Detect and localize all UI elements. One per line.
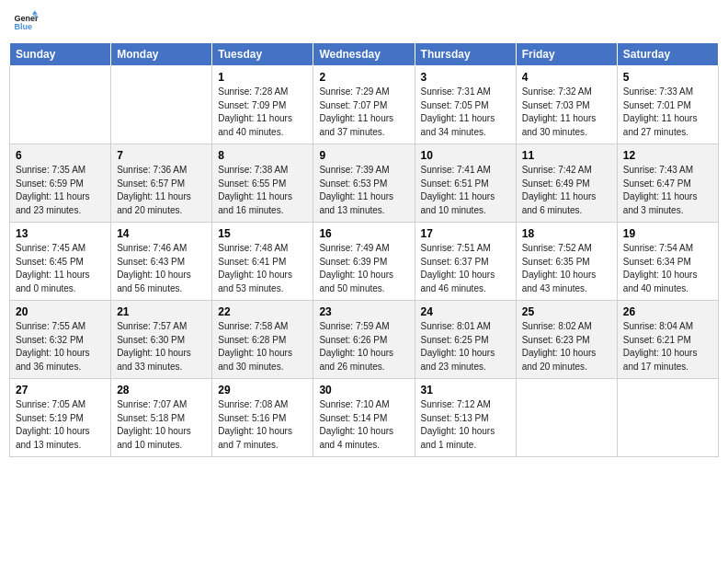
- calendar-cell: 9Sunrise: 7:39 AMSunset: 6:53 PMDaylight…: [313, 144, 415, 223]
- day-info: Sunrise: 7:55 AMSunset: 6:32 PMDaylight:…: [16, 320, 105, 373]
- day-number: 2: [319, 71, 408, 84]
- day-number: 25: [522, 305, 611, 318]
- header-friday: Friday: [516, 43, 617, 66]
- day-number: 13: [16, 227, 105, 240]
- calendar-table: SundayMondayTuesdayWednesdayThursdayFrid…: [9, 42, 719, 457]
- day-number: 12: [623, 149, 712, 162]
- calendar-cell: [10, 66, 111, 144]
- day-info: Sunrise: 7:07 AMSunset: 5:18 PMDaylight:…: [117, 398, 206, 452]
- day-info: Sunrise: 7:05 AMSunset: 5:19 PMDaylight:…: [16, 398, 105, 452]
- day-number: 23: [319, 305, 408, 318]
- day-info: Sunrise: 7:29 AMSunset: 7:07 PMDaylight:…: [319, 86, 408, 139]
- calendar-cell: 19Sunrise: 7:54 AMSunset: 6:34 PMDayligh…: [617, 223, 718, 301]
- calendar-cell: 22Sunrise: 7:58 AMSunset: 6:28 PMDayligh…: [212, 301, 313, 379]
- day-info: Sunrise: 7:28 AMSunset: 7:09 PMDaylight:…: [218, 86, 307, 139]
- day-info: Sunrise: 7:38 AMSunset: 6:55 PMDaylight:…: [218, 164, 307, 217]
- calendar-cell: 18Sunrise: 7:52 AMSunset: 6:35 PMDayligh…: [516, 223, 617, 301]
- calendar-cell: 31Sunrise: 7:12 AMSunset: 5:13 PMDayligh…: [415, 379, 516, 457]
- header-tuesday: Tuesday: [212, 43, 313, 66]
- day-info: Sunrise: 8:04 AMSunset: 6:21 PMDaylight:…: [623, 320, 712, 373]
- day-info: Sunrise: 7:36 AMSunset: 6:57 PMDaylight:…: [117, 164, 206, 217]
- calendar-cell: 6Sunrise: 7:35 AMSunset: 6:59 PMDaylight…: [10, 144, 111, 223]
- svg-text:Blue: Blue: [14, 22, 32, 31]
- day-info: Sunrise: 7:58 AMSunset: 6:28 PMDaylight:…: [218, 320, 307, 373]
- day-number: 3: [421, 71, 510, 84]
- day-info: Sunrise: 7:43 AMSunset: 6:47 PMDaylight:…: [623, 164, 712, 217]
- day-info: Sunrise: 7:42 AMSunset: 6:49 PMDaylight:…: [522, 164, 611, 217]
- calendar-cell: 17Sunrise: 7:51 AMSunset: 6:37 PMDayligh…: [415, 223, 516, 301]
- day-number: 1: [218, 71, 307, 84]
- day-number: 20: [16, 305, 105, 318]
- day-number: 5: [623, 71, 712, 84]
- day-number: 9: [319, 149, 408, 162]
- day-info: Sunrise: 7:49 AMSunset: 6:39 PMDaylight:…: [319, 242, 408, 295]
- calendar-cell: 13Sunrise: 7:45 AMSunset: 6:45 PMDayligh…: [10, 223, 111, 301]
- day-info: Sunrise: 7:08 AMSunset: 5:16 PMDaylight:…: [218, 398, 307, 452]
- calendar-cell: 29Sunrise: 7:08 AMSunset: 5:16 PMDayligh…: [212, 379, 313, 457]
- day-number: 28: [117, 384, 206, 396]
- day-info: Sunrise: 8:02 AMSunset: 6:23 PMDaylight:…: [522, 320, 611, 373]
- header-wednesday: Wednesday: [313, 43, 415, 66]
- day-info: Sunrise: 8:01 AMSunset: 6:25 PMDaylight:…: [421, 320, 510, 373]
- calendar-week-1: 1Sunrise: 7:28 AMSunset: 7:09 PMDaylight…: [10, 66, 719, 144]
- day-info: Sunrise: 7:52 AMSunset: 6:35 PMDaylight:…: [522, 242, 611, 295]
- header-saturday: Saturday: [617, 43, 718, 66]
- day-info: Sunrise: 7:10 AMSunset: 5:14 PMDaylight:…: [319, 398, 408, 452]
- calendar-cell: 26Sunrise: 8:04 AMSunset: 6:21 PMDayligh…: [617, 301, 718, 379]
- day-number: 22: [218, 305, 307, 318]
- day-info: Sunrise: 7:48 AMSunset: 6:41 PMDaylight:…: [218, 242, 307, 295]
- calendar-week-2: 6Sunrise: 7:35 AMSunset: 6:59 PMDaylight…: [10, 144, 719, 223]
- calendar-cell: [111, 66, 212, 144]
- page-header: General Blue: [9, 9, 719, 35]
- day-number: 11: [522, 149, 611, 162]
- calendar-week-4: 20Sunrise: 7:55 AMSunset: 6:32 PMDayligh…: [10, 301, 719, 379]
- logo: General Blue: [13, 9, 39, 35]
- day-number: 19: [623, 227, 712, 240]
- header-thursday: Thursday: [415, 43, 516, 66]
- calendar-cell: 12Sunrise: 7:43 AMSunset: 6:47 PMDayligh…: [617, 144, 718, 223]
- calendar-cell: 8Sunrise: 7:38 AMSunset: 6:55 PMDaylight…: [212, 144, 313, 223]
- calendar-cell: 1Sunrise: 7:28 AMSunset: 7:09 PMDaylight…: [212, 66, 313, 144]
- day-info: Sunrise: 7:12 AMSunset: 5:13 PMDaylight:…: [421, 398, 510, 452]
- day-number: 24: [421, 305, 510, 318]
- calendar-cell: 3Sunrise: 7:31 AMSunset: 7:05 PMDaylight…: [415, 66, 516, 144]
- header-sunday: Sunday: [10, 43, 111, 66]
- day-number: 10: [421, 149, 510, 162]
- calendar-cell: 25Sunrise: 8:02 AMSunset: 6:23 PMDayligh…: [516, 301, 617, 379]
- day-number: 6: [16, 149, 105, 162]
- calendar-header-row: SundayMondayTuesdayWednesdayThursdayFrid…: [10, 43, 719, 66]
- calendar-cell: 4Sunrise: 7:32 AMSunset: 7:03 PMDaylight…: [516, 66, 617, 144]
- day-number: 16: [319, 227, 408, 240]
- calendar-cell: 30Sunrise: 7:10 AMSunset: 5:14 PMDayligh…: [313, 379, 415, 457]
- day-info: Sunrise: 7:51 AMSunset: 6:37 PMDaylight:…: [421, 242, 510, 295]
- calendar-cell: 10Sunrise: 7:41 AMSunset: 6:51 PMDayligh…: [415, 144, 516, 223]
- logo-icon: General Blue: [13, 9, 39, 35]
- calendar-cell: 14Sunrise: 7:46 AMSunset: 6:43 PMDayligh…: [111, 223, 212, 301]
- calendar-cell: 2Sunrise: 7:29 AMSunset: 7:07 PMDaylight…: [313, 66, 415, 144]
- day-number: 27: [16, 384, 105, 396]
- day-info: Sunrise: 7:31 AMSunset: 7:05 PMDaylight:…: [421, 86, 510, 139]
- day-number: 14: [117, 227, 206, 240]
- calendar-cell: 20Sunrise: 7:55 AMSunset: 6:32 PMDayligh…: [10, 301, 111, 379]
- day-number: 29: [218, 384, 307, 396]
- day-info: Sunrise: 7:57 AMSunset: 6:30 PMDaylight:…: [117, 320, 206, 373]
- calendar-week-5: 27Sunrise: 7:05 AMSunset: 5:19 PMDayligh…: [10, 379, 719, 457]
- day-number: 17: [421, 227, 510, 240]
- day-number: 15: [218, 227, 307, 240]
- day-info: Sunrise: 7:54 AMSunset: 6:34 PMDaylight:…: [623, 242, 712, 295]
- header-monday: Monday: [111, 43, 212, 66]
- day-number: 26: [623, 305, 712, 318]
- day-number: 30: [319, 384, 408, 396]
- day-number: 8: [218, 149, 307, 162]
- calendar-week-3: 13Sunrise: 7:45 AMSunset: 6:45 PMDayligh…: [10, 223, 719, 301]
- calendar-cell: 23Sunrise: 7:59 AMSunset: 6:26 PMDayligh…: [313, 301, 415, 379]
- calendar-cell: 11Sunrise: 7:42 AMSunset: 6:49 PMDayligh…: [516, 144, 617, 223]
- day-info: Sunrise: 7:45 AMSunset: 6:45 PMDaylight:…: [16, 242, 105, 295]
- calendar-cell: 24Sunrise: 8:01 AMSunset: 6:25 PMDayligh…: [415, 301, 516, 379]
- calendar-cell: 7Sunrise: 7:36 AMSunset: 6:57 PMDaylight…: [111, 144, 212, 223]
- day-number: 31: [421, 384, 510, 396]
- calendar-cell: 15Sunrise: 7:48 AMSunset: 6:41 PMDayligh…: [212, 223, 313, 301]
- day-number: 4: [522, 71, 611, 84]
- day-info: Sunrise: 7:41 AMSunset: 6:51 PMDaylight:…: [421, 164, 510, 217]
- calendar-cell: 28Sunrise: 7:07 AMSunset: 5:18 PMDayligh…: [111, 379, 212, 457]
